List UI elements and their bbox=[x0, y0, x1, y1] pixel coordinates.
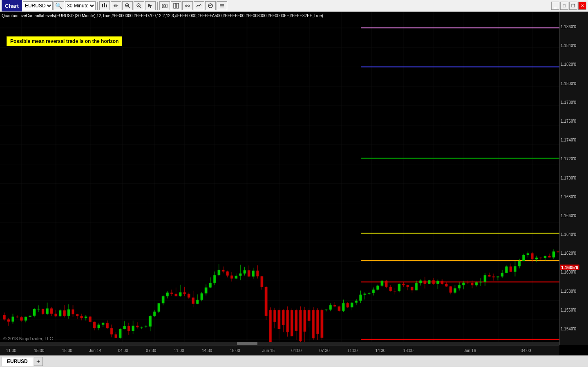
chart-container[interactable]: QuantumLiveCamarillaLevels(EURUSD (30 Mi… bbox=[0, 12, 588, 355]
minimize-button[interactable]: _ bbox=[551, 2, 559, 10]
cursor-icon[interactable] bbox=[145, 1, 156, 10]
time-label: Jun 15 bbox=[262, 348, 275, 353]
svg-rect-13 bbox=[164, 4, 165, 4]
svg-rect-0 bbox=[102, 4, 103, 7]
price-label: 1.1820'0 bbox=[561, 62, 576, 67]
price-label: 1.1780'0 bbox=[561, 100, 576, 105]
price-label: 1.1680'0 bbox=[561, 195, 576, 199]
scrollbar[interactable] bbox=[0, 342, 559, 345]
price-label: 1.1560'0 bbox=[561, 308, 576, 312]
time-label: 14:30 bbox=[375, 348, 385, 353]
svg-point-18 bbox=[208, 4, 212, 8]
timeframe-select[interactable]: 1 Minute 5 Minute 15 Minute 30 Minute 1 … bbox=[65, 1, 96, 10]
price-label: 1.1760'0 bbox=[561, 119, 576, 123]
svg-point-12 bbox=[163, 5, 165, 7]
current-price-label: 1.1605'9 bbox=[560, 265, 579, 270]
close-button[interactable]: ✕ bbox=[578, 2, 586, 10]
time-label: 11:00 bbox=[347, 348, 358, 353]
time-label: 11:00 bbox=[174, 348, 184, 353]
time-label: 07:30 bbox=[146, 348, 156, 353]
time-label: 04:00 bbox=[118, 348, 128, 353]
price-label: 1.1540'0 bbox=[561, 327, 576, 331]
price-label: 1.1720'0 bbox=[561, 157, 576, 161]
list-icon[interactable] bbox=[217, 1, 227, 10]
svg-rect-14 bbox=[174, 3, 176, 8]
link-icon[interactable] bbox=[182, 1, 193, 10]
circle-icon[interactable] bbox=[205, 1, 216, 10]
maximize-button[interactable]: □ bbox=[560, 2, 568, 10]
svg-line-4 bbox=[128, 7, 130, 8]
time-label: 04:00 bbox=[521, 348, 531, 353]
price-label: 1.1640'0 bbox=[561, 232, 576, 237]
indicator-label: QuantumLiveCamarillaLevels(EURUSD (30 Mi… bbox=[2, 13, 323, 18]
time-label: 07:30 bbox=[320, 348, 330, 353]
snapshot-icon[interactable] bbox=[159, 1, 170, 10]
tab-eurusd[interactable]: EURUSD bbox=[2, 357, 33, 366]
time-label: 18:00 bbox=[230, 348, 240, 353]
time-label: Jun 16 bbox=[464, 348, 476, 353]
bars-icon[interactable] bbox=[99, 1, 110, 10]
split-icon[interactable] bbox=[171, 1, 181, 10]
price-label: 1.1580'0 bbox=[561, 289, 576, 294]
price-label: 1.1840'0 bbox=[561, 43, 576, 48]
price-label: 1.1800'0 bbox=[561, 81, 576, 86]
zoom-out-icon[interactable] bbox=[134, 1, 144, 10]
add-tab-button[interactable]: + bbox=[34, 357, 43, 366]
tab-bar: EURUSD + bbox=[0, 355, 588, 367]
time-label: 11:30 bbox=[6, 348, 16, 353]
time-label: 18:30 bbox=[62, 348, 72, 353]
symbol-select[interactable]: EURUSD GBPUSD USDJPY bbox=[23, 1, 53, 10]
price-label: 1.1620'0 bbox=[561, 251, 576, 256]
svg-rect-11 bbox=[162, 4, 167, 8]
svg-rect-15 bbox=[177, 3, 179, 8]
svg-rect-1 bbox=[104, 3, 105, 7]
price-label: 1.1700'0 bbox=[561, 176, 576, 180]
svg-rect-17 bbox=[188, 5, 190, 7]
alert-box: Possible mean reversal trade is on the h… bbox=[7, 36, 122, 46]
price-label: 1.1740'0 bbox=[561, 138, 576, 142]
separator-2 bbox=[157, 2, 158, 10]
chart-tab[interactable]: Chart bbox=[2, 0, 22, 11]
separator-1 bbox=[97, 2, 98, 10]
price-label: 1.1860'0 bbox=[561, 25, 576, 29]
time-label: 18:00 bbox=[403, 348, 414, 353]
performance-icon[interactable] bbox=[194, 1, 204, 10]
time-axis: 11:3015:0018:30Jun 1404:0007:3011:0014:3… bbox=[0, 345, 559, 355]
time-label: 15:00 bbox=[34, 348, 44, 353]
search-button[interactable]: 🔍 bbox=[54, 1, 64, 10]
time-label: 14:30 bbox=[202, 348, 212, 353]
price-label: 1.1660'0 bbox=[561, 213, 576, 218]
svg-rect-16 bbox=[186, 5, 187, 7]
time-label: 04:00 bbox=[291, 348, 302, 353]
draw-pencil-icon[interactable]: ✏ bbox=[111, 1, 121, 10]
copyright-text: © 2018 NinjaTrader, LLC bbox=[3, 336, 53, 341]
price-scale: 1.1860'01.1840'01.1820'01.1800'01.1780'0… bbox=[559, 12, 588, 345]
svg-marker-10 bbox=[148, 4, 152, 8]
svg-line-8 bbox=[140, 7, 141, 8]
chart-canvas[interactable] bbox=[0, 12, 588, 355]
scrollbar-thumb[interactable] bbox=[237, 342, 257, 345]
price-label: 1.1600'0 bbox=[561, 270, 576, 274]
restore-button[interactable]: ❐ bbox=[569, 2, 577, 10]
zoom-in-icon[interactable] bbox=[122, 1, 133, 10]
toolbar: Chart EURUSD GBPUSD USDJPY 🔍 1 Minute 5 … bbox=[0, 0, 588, 12]
time-label: Jun 14 bbox=[89, 348, 101, 353]
svg-rect-2 bbox=[106, 4, 107, 7]
